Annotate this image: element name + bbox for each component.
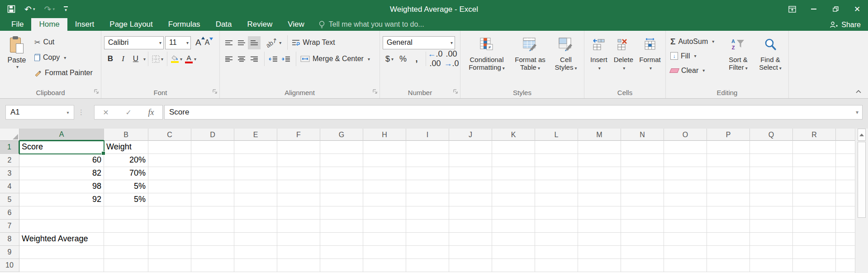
font-family-select[interactable]: Calibri▾ bbox=[104, 36, 164, 49]
cell-K5[interactable] bbox=[492, 193, 535, 206]
cell-O5[interactable] bbox=[664, 193, 707, 206]
increase-indent-button[interactable] bbox=[280, 53, 292, 66]
cell-M1[interactable] bbox=[578, 141, 621, 154]
collapse-ribbon-button[interactable] bbox=[855, 87, 862, 96]
cell-E6[interactable] bbox=[234, 206, 277, 220]
column-header-J[interactable]: J bbox=[449, 129, 492, 141]
confirm-entry-icon[interactable]: ✓ bbox=[125, 108, 131, 117]
cell-B1[interactable]: Weight bbox=[104, 141, 148, 154]
cell-I7[interactable] bbox=[406, 220, 449, 233]
wrap-text-button[interactable]: Wrap Text bbox=[290, 36, 337, 49]
cell-H8[interactable] bbox=[363, 233, 406, 246]
cell-R9[interactable] bbox=[793, 246, 836, 259]
cell-K4[interactable] bbox=[492, 180, 535, 193]
cell-C3[interactable] bbox=[148, 167, 191, 180]
cell-M2[interactable] bbox=[578, 154, 621, 167]
cell-K2[interactable] bbox=[492, 154, 535, 167]
cell-N6[interactable] bbox=[621, 206, 664, 220]
cell-R2[interactable] bbox=[793, 154, 836, 167]
align-center-button[interactable] bbox=[235, 53, 248, 66]
tab-data[interactable]: Data bbox=[208, 18, 240, 31]
cell-F7[interactable] bbox=[277, 220, 320, 233]
column-header-L[interactable]: L bbox=[535, 129, 578, 141]
font-size-select[interactable]: 11▾ bbox=[165, 36, 191, 49]
cell-B9[interactable] bbox=[104, 246, 148, 259]
cell-P6[interactable] bbox=[707, 206, 750, 220]
cell-D6[interactable] bbox=[191, 206, 234, 220]
cell-P8[interactable] bbox=[707, 233, 750, 246]
align-right-button[interactable] bbox=[248, 53, 261, 66]
cell-Q8[interactable] bbox=[750, 233, 793, 246]
tab-review[interactable]: Review bbox=[240, 18, 280, 31]
cell-Q9[interactable] bbox=[750, 246, 793, 259]
cell-J8[interactable] bbox=[449, 233, 492, 246]
cell-A1[interactable]: Score bbox=[19, 141, 104, 154]
cell-M4[interactable] bbox=[578, 180, 621, 193]
redo-button[interactable]: ↷▾ bbox=[44, 5, 54, 14]
cell-G2[interactable] bbox=[320, 154, 363, 167]
cell-C9[interactable] bbox=[148, 246, 191, 259]
cut-button[interactable]: ✂Cut bbox=[33, 35, 95, 49]
comma-style-button[interactable]: , bbox=[410, 53, 423, 66]
cell-H7[interactable] bbox=[363, 220, 406, 233]
cell-F10[interactable] bbox=[277, 259, 320, 272]
sort-filter-button[interactable]: AZ Sort & Filter▾ bbox=[722, 34, 754, 88]
undo-button[interactable]: ↶▾ bbox=[24, 5, 35, 14]
cell-P4[interactable] bbox=[707, 180, 750, 193]
cell-K8[interactable] bbox=[492, 233, 535, 246]
column-header-G[interactable]: G bbox=[320, 129, 363, 141]
formula-bar-grip-icon[interactable]: ⋮ bbox=[78, 105, 85, 120]
cell-K1[interactable] bbox=[492, 141, 535, 154]
restore-button[interactable] bbox=[825, 0, 846, 18]
cell-R10[interactable] bbox=[793, 259, 836, 272]
column-header-N[interactable]: N bbox=[621, 129, 664, 141]
column-header-I[interactable]: I bbox=[406, 129, 449, 141]
cancel-entry-icon[interactable]: ✕ bbox=[103, 108, 109, 117]
cell-I5[interactable] bbox=[406, 193, 449, 206]
cell-J5[interactable] bbox=[449, 193, 492, 206]
cell-M8[interactable] bbox=[578, 233, 621, 246]
row-header-2[interactable]: 2 bbox=[0, 154, 19, 167]
cell-G9[interactable] bbox=[320, 246, 363, 259]
paste-button[interactable]: Paste ▾ bbox=[3, 34, 31, 88]
cell-I9[interactable] bbox=[406, 246, 449, 259]
cell-N3[interactable] bbox=[621, 167, 664, 180]
cell-C4[interactable] bbox=[148, 180, 191, 193]
cell-H1[interactable] bbox=[363, 141, 406, 154]
middle-align-button[interactable] bbox=[235, 36, 248, 49]
align-left-button[interactable] bbox=[223, 53, 235, 66]
cell-G4[interactable] bbox=[320, 180, 363, 193]
cell-O6[interactable] bbox=[664, 206, 707, 220]
conditional-formatting-button[interactable]: ≠ Conditional Formatting▾ bbox=[463, 34, 510, 88]
select-all-button[interactable] bbox=[0, 129, 19, 140]
scroll-up-button[interactable] bbox=[858, 129, 866, 141]
cell-P7[interactable] bbox=[707, 220, 750, 233]
clipboard-dialog-launcher[interactable] bbox=[94, 88, 99, 96]
cell-L3[interactable] bbox=[535, 167, 578, 180]
cell-D7[interactable] bbox=[191, 220, 234, 233]
row-header-4[interactable]: 4 bbox=[0, 180, 19, 193]
insert-cells-button[interactable]: Insert▾ bbox=[587, 34, 611, 88]
cell-G3[interactable] bbox=[320, 167, 363, 180]
cell-B4[interactable]: 5% bbox=[104, 180, 148, 193]
cell-C7[interactable] bbox=[148, 220, 191, 233]
cell-I6[interactable] bbox=[406, 206, 449, 220]
cell-J7[interactable] bbox=[449, 220, 492, 233]
cell-K6[interactable] bbox=[492, 206, 535, 220]
italic-button[interactable]: I bbox=[117, 53, 129, 66]
cell-C2[interactable] bbox=[148, 154, 191, 167]
cell-I2[interactable] bbox=[406, 154, 449, 167]
percent-style-button[interactable]: % bbox=[396, 53, 410, 66]
cell-L10[interactable] bbox=[535, 259, 578, 272]
cell-D2[interactable] bbox=[191, 154, 234, 167]
cell-L9[interactable] bbox=[535, 246, 578, 259]
cell-A5[interactable]: 92 bbox=[19, 193, 104, 206]
cell-Q4[interactable] bbox=[750, 180, 793, 193]
cell-E7[interactable] bbox=[234, 220, 277, 233]
row-header-1[interactable]: 1 bbox=[0, 141, 19, 154]
column-header-D[interactable]: D bbox=[191, 129, 234, 141]
cell-O2[interactable] bbox=[664, 154, 707, 167]
cell-H3[interactable] bbox=[363, 167, 406, 180]
copy-button[interactable]: Copy▾ bbox=[33, 51, 95, 64]
cell-O3[interactable] bbox=[664, 167, 707, 180]
